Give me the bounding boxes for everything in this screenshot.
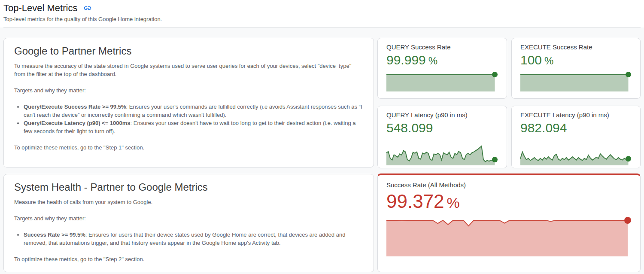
targets-list: Query/Execute Success Rate >= 99.5%: Ens… xyxy=(14,103,363,135)
card-intro: To measure the accuracy of the state sto… xyxy=(14,62,363,78)
metric-card-execute-latency: EXECUTE Latency (p90 in ms) 982.094 xyxy=(511,106,641,168)
metric-card-success-rate-all-methods: Success Rate (All Methods) 99.372 % xyxy=(377,174,641,272)
metric-unit: % xyxy=(544,55,553,67)
metric-label: QUERY Latency (p90 in ms) xyxy=(386,111,498,119)
metric-value-row: 982.094 xyxy=(520,121,632,135)
metric-card-query-latency: QUERY Latency (p90 in ms) 548.099 xyxy=(377,106,507,168)
card-title: System Health - Partner to Google Metric… xyxy=(14,181,363,193)
metric-value: 982.094 xyxy=(520,121,567,135)
targets-label: Targets and why they matter: xyxy=(14,86,363,94)
metric-label: EXECUTE Latency (p90 in ms) xyxy=(520,111,632,119)
metric-value: 100 xyxy=(520,53,542,67)
metric-grid: QUERY Success Rate 99.999 % EXECUTE Succ… xyxy=(377,38,641,168)
card-title: Google to Partner Metrics xyxy=(14,45,363,57)
metric-card-execute-success-rate: EXECUTE Success Rate 100 % xyxy=(511,38,641,99)
metric-card-query-success-rate: QUERY Success Rate 99.999 % xyxy=(377,38,507,99)
page-title-row: Top-Level Metrics xyxy=(3,3,641,14)
metric-value-row: 99.372 % xyxy=(386,191,632,212)
metric-value-row: 548.099 xyxy=(386,121,498,135)
page-subtitle: Top-level metrics for the quality of thi… xyxy=(3,16,641,22)
sparkline-chart xyxy=(386,141,498,165)
sparkline-chart xyxy=(520,72,632,91)
page-body: Google to Partner Metrics To measure the… xyxy=(0,27,644,274)
card-intro: Measure the health of calls from your sy… xyxy=(14,198,363,206)
metric-unit: % xyxy=(428,55,437,67)
card-footer: To optimize these metrics, go to the "St… xyxy=(14,255,363,263)
metric-value: 548.099 xyxy=(386,121,433,135)
targets-list: Success Rate >= 99.5%: Ensures for users… xyxy=(14,231,363,247)
metric-value-row: 99.999 % xyxy=(386,53,498,67)
metric-label: QUERY Success Rate xyxy=(386,43,498,51)
sparkline-chart xyxy=(386,72,498,91)
metric-label: EXECUTE Success Rate xyxy=(520,43,632,51)
sparkline-chart xyxy=(386,217,632,256)
metric-unit: % xyxy=(447,195,460,211)
target-item: Success Rate >= 99.5%: Ensures for users… xyxy=(24,231,363,247)
target-item: Query/Execute Success Rate >= 99.5%: Ens… xyxy=(24,103,363,119)
card-google-to-partner-metrics: Google to Partner Metrics To measure the… xyxy=(3,38,374,167)
metric-label: Success Rate (All Methods) xyxy=(386,181,632,189)
right-column: QUERY Success Rate 99.999 % EXECUTE Succ… xyxy=(377,38,641,272)
sparkline-chart xyxy=(520,141,632,165)
left-column: Google to Partner Metrics To measure the… xyxy=(3,38,374,272)
target-item: Query/Execute Latency (p90) <= 1000ms: E… xyxy=(24,119,363,135)
card-footer: To optimize these metrics, go to the "St… xyxy=(14,143,363,152)
page-title: Top-Level Metrics xyxy=(3,3,77,14)
targets-label: Targets and why they matter: xyxy=(14,214,363,222)
link-icon[interactable] xyxy=(83,4,92,12)
metric-value: 99.372 xyxy=(386,191,444,212)
metric-value-row: 100 % xyxy=(520,53,632,67)
page-header: Top-Level Metrics Top-level metrics for … xyxy=(0,0,644,27)
metric-value: 99.999 xyxy=(386,53,426,67)
card-system-health: System Health - Partner to Google Metric… xyxy=(3,174,374,272)
